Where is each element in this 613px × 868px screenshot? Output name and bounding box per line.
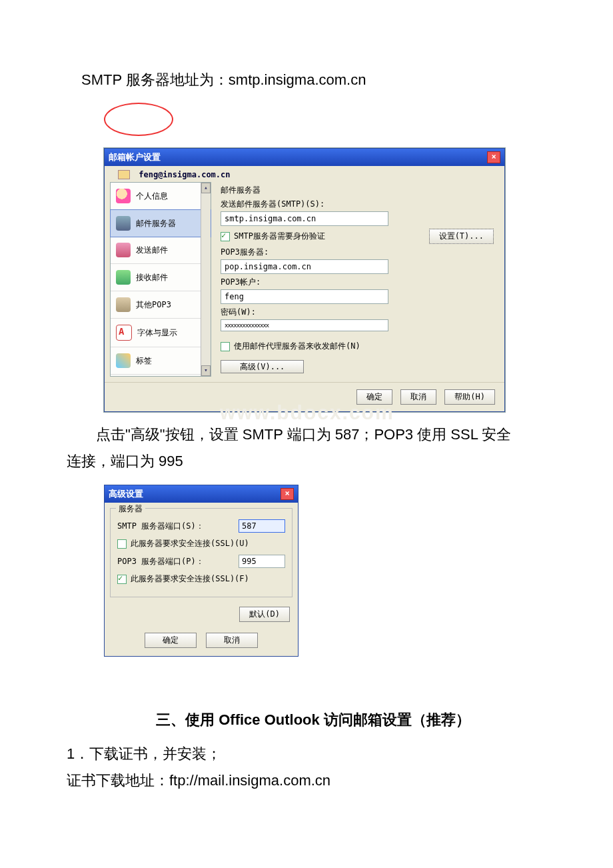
smtp-ssl-label: 此服务器要求安全连接(SSL)(U): [131, 538, 249, 549]
receive-icon: [116, 270, 131, 285]
pop3-account-input[interactable]: feng: [221, 289, 388, 304]
cancel-button[interactable]: 取消: [400, 389, 436, 405]
pop3-account-label: POP3帐户:: [221, 277, 494, 288]
sidebar-item-label: 标签: [136, 355, 152, 367]
step-1: 1．下载证书，并安装；: [67, 741, 560, 767]
watermark-text: www.bdocx.com: [220, 401, 560, 424]
server-icon: [116, 216, 131, 231]
para-advanced-a: 点击"高级"按钮，设置 SMTP 端口为 587；POP3 使用 SSL 安全: [67, 421, 560, 448]
account-settings-dialog: 邮箱帐户设置 × feng@insigma.com.cn 个人信息 邮件服务器 …: [104, 148, 505, 413]
sidebar-item-label: 个人信息: [136, 191, 168, 202]
sidebar-scrollbar[interactable]: ▴ ▾: [201, 183, 211, 376]
password-input[interactable]: xxxxxxxxxxxxxxx: [221, 319, 388, 331]
smtp-port-input[interactable]: 587: [239, 519, 285, 533]
smtp-auth-checkbox[interactable]: [221, 232, 230, 241]
group-title: 邮件服务器: [221, 185, 494, 196]
sidebar-item-label: 邮件服务器: [136, 218, 176, 229]
sidebar-item-receive[interactable]: 接收邮件: [111, 264, 211, 291]
pop3-input[interactable]: pop.insigma.com.cn: [221, 259, 388, 274]
pop3-icon: [116, 297, 131, 312]
sidebar-item-send[interactable]: 发送邮件: [111, 237, 211, 264]
pop3-label: POP3服务器:: [221, 247, 494, 258]
account-email: feng@insigma.com.cn: [139, 170, 230, 179]
cancel-button[interactable]: 取消: [206, 633, 258, 648]
smtp-address-line: SMTP 服务器地址为：smtp.insigma.com.cn: [67, 67, 560, 93]
close-icon[interactable]: ×: [487, 151, 500, 163]
close-icon[interactable]: ×: [281, 488, 294, 500]
smtp-ssl-checkbox[interactable]: [117, 539, 127, 549]
ok-button[interactable]: 确定: [145, 633, 197, 648]
account-header: feng@insigma.com.cn: [105, 166, 504, 180]
sidebar-item-label: 接收邮件: [136, 272, 168, 283]
sidebar-item-label: 字体与显示: [137, 327, 177, 339]
help-button[interactable]: 帮助(H): [444, 389, 495, 405]
pop3-port-label: POP3 服务器端口(P)：: [117, 556, 239, 567]
sidebar-item-label: 发送邮件: [136, 245, 168, 256]
para-advanced-b: 连接，端口为 995: [67, 448, 560, 475]
scroll-down-icon[interactable]: ▾: [201, 365, 211, 376]
sidebar-item-font[interactable]: 字体与显示: [111, 319, 211, 347]
pop3-ssl-label: 此服务器要求安全连接(SSL)(F): [131, 573, 249, 585]
dialog2-title: 高级设置: [109, 488, 281, 500]
password-label: 密码(W):: [221, 307, 494, 318]
font-icon: [116, 325, 132, 341]
folder-icon: [118, 170, 130, 179]
sidebar-item-tags[interactable]: 标签: [111, 347, 211, 375]
settings-sidebar: 个人信息 邮件服务器 发送邮件 接收邮件 其他POP3 字体与显示 标签 ▴ ▾: [110, 182, 211, 377]
pop3-port-input[interactable]: 995: [239, 555, 285, 568]
smtp-settings-button[interactable]: 设置(T)...: [429, 229, 494, 244]
proxy-checkbox[interactable]: [221, 342, 230, 351]
person-icon: [116, 189, 131, 203]
smtp-input[interactable]: smtp.insigma.com.cn: [221, 211, 388, 226]
proxy-label: 使用邮件代理服务器来收发邮件(N): [234, 341, 360, 352]
dialog1-titlebar[interactable]: 邮箱帐户设置 ×: [105, 149, 504, 166]
dialog1-title: 邮箱帐户设置: [109, 151, 487, 163]
smtp-auth-label: SMTP服务器需要身份验证: [234, 231, 325, 242]
pop3-ssl-checkbox[interactable]: [117, 575, 127, 584]
sidebar-item-otherpop3[interactable]: 其他POP3: [111, 291, 211, 319]
fieldset-legend: 服务器: [116, 503, 145, 515]
sidebar-item-mailserver[interactable]: 邮件服务器: [110, 209, 211, 237]
cert-download-line: 证书下载地址：ftp://mail.insigma.com.cn: [67, 767, 560, 794]
default-button[interactable]: 默认(D): [239, 607, 290, 622]
sidebar-item-profile[interactable]: 个人信息: [111, 183, 211, 210]
red-oval-annotation: [104, 103, 173, 136]
advanced-settings-dialog: 高级设置 × 服务器 SMTP 服务器端口(S)： 587 此服务器要求安全连接…: [104, 485, 299, 657]
send-icon: [116, 243, 131, 257]
tag-icon: [116, 353, 131, 368]
smtp-port-label: SMTP 服务器端口(S)：: [117, 521, 239, 532]
section-three-heading: 三、使用 Office Outlook 访问邮箱设置（推荐）: [67, 710, 560, 730]
scroll-up-icon[interactable]: ▴: [201, 183, 211, 193]
server-fieldset: 服务器 SMTP 服务器端口(S)： 587 此服务器要求安全连接(SSL)(U…: [110, 508, 293, 597]
dialog2-titlebar[interactable]: 高级设置 ×: [105, 485, 298, 503]
mailserver-pane: 邮件服务器 发送邮件服务器(SMTP)(S): smtp.insigma.com…: [215, 182, 499, 377]
advanced-button[interactable]: 高级(V)...: [221, 360, 304, 373]
sidebar-item-label: 其他POP3: [136, 299, 171, 311]
smtp-label: 发送邮件服务器(SMTP)(S):: [221, 199, 494, 210]
